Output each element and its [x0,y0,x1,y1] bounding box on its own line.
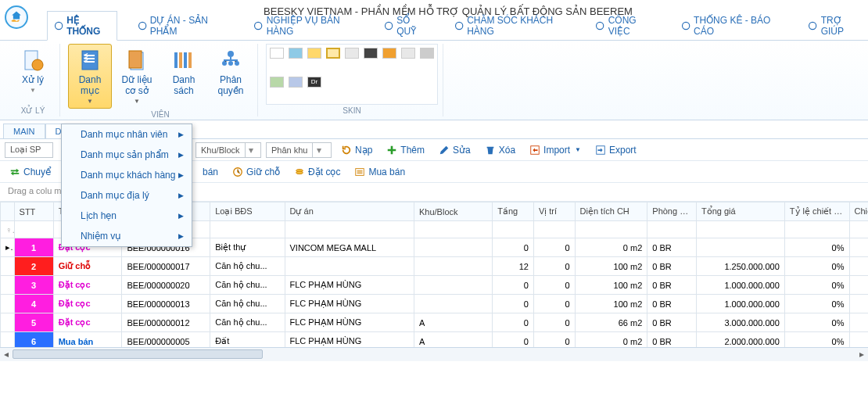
ribbon-icon-0 [77,48,102,73]
xuly-button[interactable]: Xử lý ▼ [11,44,55,105]
col-header[interactable]: Loại BĐS [210,202,285,221]
ribbon-tab-2[interactable]: NGHIỆP VỤ BÁN HÀNG [247,12,364,40]
export-button[interactable]: Export [590,143,641,157]
cell-khublock: A [414,313,492,332]
svg-point-6 [682,22,689,29]
col-header[interactable]: Tổng giá [696,202,784,221]
edit-button[interactable]: Sửa [434,143,475,157]
scroll-left-icon[interactable]: ◂ [0,348,13,360]
cell-vitri: 0 [533,332,575,348]
datcoc-button[interactable]: Đặt cọc [289,165,345,179]
combo-label: Loại SP [5,145,45,155]
ribbon-tab-6[interactable]: THỐNG KÊ - BÁO CÁO [675,12,788,40]
col-header[interactable]: Dự án [285,202,414,221]
filter-khu-block[interactable]: Khu/Block▾ [195,142,261,158]
cell-khublock: A [414,332,492,348]
ban-button[interactable]: bán [198,165,223,179]
col-header[interactable] [1,202,15,221]
ribbon-btn-0[interactable]: Danh mục▼ [68,44,112,109]
cell-khublock [414,295,492,313]
ribbon-tab-7[interactable]: TRỢ GIÚP [802,12,868,40]
col-header[interactable]: Khu/Block [414,202,492,221]
combo-label: Khu/Block [196,145,245,155]
ribbon-tab-1[interactable]: DỰ ÁN - SẢN PHẨM [131,12,234,40]
giucho-button[interactable]: Giữ chỗ [228,165,285,179]
muaban-button[interactable]: Mua bán [350,165,410,179]
col-header[interactable]: Chiết khấu [849,202,868,221]
reload-button[interactable]: Nạp [336,143,377,157]
col-header[interactable]: Vị trí [533,202,575,221]
chevron-right-icon: ▶ [178,192,184,199]
doc-tab-main[interactable]: MAIN [3,124,45,138]
ribbon-group-label: SKIN [343,105,360,116]
menu-item-3[interactable]: Danh mục địa lý▶ [62,185,192,206]
svg-point-19 [228,61,233,66]
col-header[interactable]: STT [14,202,53,221]
menu-item-5[interactable]: Nhiệm vụ▶ [62,226,192,246]
cell-dientich: 100 m2 [575,257,647,276]
row-indicator: ▸ [1,238,15,257]
cell-dientich: 100 m2 [575,276,647,295]
import-button[interactable]: Import▼ [525,143,586,157]
ribbon-body: Xử lý ▼ XỬ LÝ Danh mục▼Dữ liệu cơ sở▼Dan… [0,41,868,120]
filter-loai-sp[interactable]: Loại SP [5,142,53,158]
svg-rect-15 [184,52,187,68]
combo-label: Phân khu [267,145,312,155]
cell-loai: Căn hộ chu... [210,295,285,313]
ribbon-tab-5[interactable]: CÔNG VIỆC [589,12,660,40]
trash-icon [485,145,496,156]
ribbon-tab-0[interactable]: HỆ THỐNG [47,11,117,41]
cell-dientich: 66 m2 [575,313,647,332]
cell-ck: 0 [849,276,868,295]
cell-tlck: 0% [784,238,849,257]
ribbon-group-xuly: Xử lý ▼ XỬ LÝ [6,44,60,116]
table-row[interactable]: 5Đặt cọcBEE/000000012Căn hộ chu...FLC PH… [1,313,869,332]
ribbon-tab-4[interactable]: CHĂM SÓC KHÁCH HÀNG [448,12,576,40]
cell-ck: 0 [849,313,868,332]
cell-stt: 1 [14,238,53,257]
cell-phongngu: 0 BR [647,332,697,348]
ribbon-btn-1[interactable]: Dữ liệu cơ sở▼ [115,44,159,109]
table-row[interactable]: 4Đặt cọcBEE/000000013Căn hộ chu...FLC PH… [1,295,869,313]
filter-phan-khu[interactable]: Phân khu▾ [266,142,332,158]
cell-tlck: 0% [784,313,849,332]
col-header[interactable]: Tỷ lệ chiết khấu [784,202,849,221]
ribbon-tab-3[interactable]: SỔ QUỸ [378,12,434,40]
skin-gallery[interactable]: Dr [266,44,438,105]
row-indicator [1,313,15,332]
ribbon-btn-3[interactable]: Phân quyền [209,44,253,109]
delete-button[interactable]: Xóa [480,143,520,157]
svg-rect-10 [82,51,98,70]
table-row[interactable]: 6Mua bánBEE/000000005ĐấtFLC PHẠM HÙNGA00… [1,332,869,348]
chuyen-button[interactable]: Chuyể [5,165,56,179]
horizontal-scrollbar[interactable]: ◂ ▸ [0,347,868,361]
row-indicator [1,257,15,276]
cell-duan: FLC PHẠM HÙNG [285,295,414,313]
cell-tonggia: 1.000.000.000 [696,276,784,295]
svg-rect-13 [174,52,178,68]
cell-dientich: 0 m2 [575,332,647,348]
export-icon [595,145,606,156]
col-header[interactable]: Tầng [493,202,534,221]
menu-item-1[interactable]: Danh mục sản phẩm▶ [62,145,192,165]
ribbon-group-label: XỬ LÝ [21,105,45,116]
col-header[interactable]: Phòng ngủ [647,202,697,221]
table-row[interactable]: 2Giữ chỗBEE/000000017Căn hộ chu...120100… [1,257,869,276]
danhmuc-dropdown: Danh mục nhân viên▶Danh mục sản phẩm▶Dan… [61,124,192,247]
menu-item-0[interactable]: Danh mục nhân viên▶ [62,124,192,145]
cell-status: Đặt cọc [53,313,122,332]
cell-tlck: 0% [784,332,849,348]
ribbon-btn-2[interactable]: Danh sách [162,44,206,109]
cell-phongngu: 0 BR [647,276,697,295]
menu-item-4[interactable]: Lịch hẹn▶ [62,206,192,226]
cell-tang: 0 [493,238,534,257]
scroll-right-icon[interactable]: ▸ [855,348,868,360]
cell-phongngu: 0 BR [647,257,697,276]
svg-point-3 [385,22,392,29]
table-row[interactable]: 3Đặt cọcBEE/000000020Căn hộ chu...FLC PH… [1,276,869,295]
col-header[interactable]: Diện tích CH [575,202,647,221]
svg-point-5 [597,22,604,29]
scroll-thumb[interactable] [13,349,263,359]
add-button[interactable]: Thêm [382,143,429,157]
menu-item-2[interactable]: Danh mục khách hàng▶ [62,165,192,185]
